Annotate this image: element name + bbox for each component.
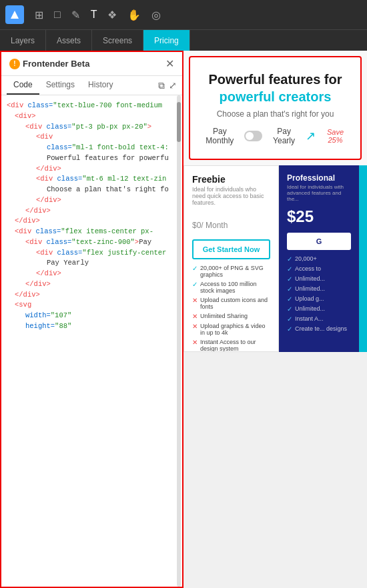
component-tool-icon[interactable]: ❖	[105, 6, 119, 24]
feature-item: ✓Access to 100 million stock images	[192, 281, 270, 294]
x-icon: ✕	[192, 297, 198, 304]
code-line: Pay Yearly	[1, 258, 182, 269]
code-line: width="107"	[1, 311, 182, 321]
teal-accent-strip	[359, 165, 367, 352]
tab-bar: Layers Assets Screens Pricing	[0, 29, 367, 51]
code-line: </div>	[1, 279, 182, 290]
hand-tool-icon[interactable]: ✋	[125, 6, 143, 24]
code-line: </div>	[1, 195, 182, 206]
code-line: </div>	[1, 164, 182, 175]
panel-title: Frontender Beta	[23, 59, 89, 69]
tab-settings[interactable]: Settings	[39, 76, 81, 95]
code-line: <div class="text-zinc-900">Pay	[1, 237, 182, 248]
preview-card: Powerful features for powerful creators …	[189, 56, 362, 160]
monthly-yearly-toggle[interactable]	[244, 131, 262, 141]
feature-item: ✕Instant Access to our design system	[192, 339, 270, 352]
main-toolbar: ⊞ □ ✎ T ❖ ✋ ◎	[0, 0, 367, 29]
code-line: </div>	[1, 269, 182, 279]
code-line: class="ml-1 font-bold text-4:	[1, 143, 182, 153]
svg-marker-0	[11, 11, 19, 19]
code-line: <div class="flex justify-center	[1, 248, 182, 259]
check-icon: ✓	[287, 255, 292, 263]
check-icon: ✓	[287, 325, 292, 333]
tab-layers[interactable]: Layers	[0, 30, 46, 51]
preview-panel: Powerful features for powerful creators …	[184, 51, 367, 588]
tab-assets[interactable]: Assets	[46, 30, 92, 51]
save-badge: Save 25%	[321, 128, 350, 144]
feature-item: ✓Unlimited...	[287, 305, 351, 313]
check-icon: ✓	[192, 265, 198, 272]
grid-tool-icon[interactable]: ⊞	[32, 6, 46, 24]
main-area: ! Frontender Beta ✕ Code Settings Histor…	[0, 51, 367, 588]
feature-item: ✓Unlimited...	[287, 285, 351, 293]
scrollbar[interactable]	[177, 95, 181, 587]
feature-item: ✓Upload g...	[287, 295, 351, 303]
check-icon: ✓	[287, 315, 292, 323]
save-arrow-icon: ↗	[306, 129, 316, 143]
x-icon: ✕	[192, 323, 198, 330]
toggle-row: Pay Monthly Pay Yearly ↗ Save 25%	[201, 127, 350, 145]
feature-item: ✕Unlimited Sharing	[192, 313, 270, 320]
code-line: Powerful features for powerfu	[1, 153, 182, 164]
feature-item: ✓20,000+ of PNG & SVG graphics	[192, 265, 270, 278]
copy-icon[interactable]: ⧉	[158, 80, 165, 91]
comment-tool-icon[interactable]: ◎	[149, 6, 163, 24]
code-line: height="88"	[1, 321, 182, 332]
tab-history[interactable]: History	[81, 76, 119, 95]
freebie-title: Freebie	[192, 174, 270, 185]
x-icon: ✕	[192, 313, 198, 320]
pro-title: Professional	[287, 173, 351, 183]
code-line: </div>	[1, 216, 182, 227]
code-tabs: Code Settings History ⧉ ⤢	[1, 76, 182, 95]
pen-tool-icon[interactable]: ✎	[69, 6, 83, 24]
feature-item: ✕Upload custom icons and fonts	[192, 297, 270, 310]
tab-actions: ⧉ ⤢	[158, 76, 177, 95]
professional-card: Professional Ideal for individuals with …	[279, 165, 359, 352]
tab-pricing[interactable]: Pricing	[143, 30, 190, 51]
freebie-features: ✓20,000+ of PNG & SVG graphics ✓Access t…	[192, 265, 270, 352]
feature-item: ✓Access to	[287, 265, 351, 273]
freebie-cta-button[interactable]: Get Started Now	[192, 239, 270, 259]
expand-icon[interactable]: ⤢	[169, 80, 177, 91]
scroll-thumb	[177, 102, 181, 142]
code-line: <div class="text-blue-700 font-medium	[1, 101, 182, 111]
text-tool-icon[interactable]: T	[88, 6, 100, 23]
feature-item: ✓Instant A...	[287, 315, 351, 323]
preview-subtitle: Choose a plan that's right for you	[201, 109, 350, 119]
code-line: </div>	[1, 206, 182, 217]
pro-cta-button[interactable]: G	[287, 233, 351, 250]
x-icon: ✕	[192, 339, 198, 346]
check-icon: ✓	[287, 265, 292, 273]
feature-item: ✓20,000+	[287, 255, 351, 263]
pro-price: $25	[287, 207, 351, 226]
tool-group: ⊞ □ ✎ T ❖ ✋ ◎	[32, 6, 163, 24]
code-line: <div class="mt-6 ml-12 text-zin	[1, 174, 182, 185]
tab-code[interactable]: Code	[7, 76, 39, 95]
check-icon: ✓	[287, 305, 292, 313]
code-content: <div class="text-blue-700 font-medium <d…	[1, 95, 182, 587]
check-icon: ✓	[287, 285, 292, 293]
check-icon: ✓	[287, 295, 292, 303]
tab-screens[interactable]: Screens	[92, 30, 143, 51]
code-line: <div>	[1, 111, 182, 122]
feature-item: ✓Create te... designs	[287, 325, 351, 333]
code-line: <svg	[1, 300, 182, 311]
freebie-tagline: Ideal for individuals who need quick acc…	[192, 186, 270, 206]
pricing-row: Freebie Ideal for individuals who need q…	[184, 165, 367, 352]
rect-tool-icon[interactable]: □	[51, 6, 63, 23]
code-panel: ! Frontender Beta ✕ Code Settings Histor…	[0, 51, 184, 588]
code-line: <div	[1, 132, 182, 143]
check-icon: ✓	[192, 281, 198, 288]
code-line: </div>	[1, 290, 182, 301]
code-line: Choose a plan that's right fo	[1, 185, 182, 195]
close-button[interactable]: ✕	[165, 57, 174, 70]
panel-header: ! Frontender Beta ✕	[1, 52, 182, 76]
freebie-price: $0/ Month	[192, 211, 270, 233]
check-icon: ✓	[287, 275, 292, 283]
freebie-card: Freebie Ideal for individuals who need q…	[184, 165, 279, 352]
feature-item: ✕Upload graphics & video in up to 4k	[192, 323, 270, 336]
warning-icon: !	[9, 59, 20, 69]
feature-item: ✓Unlimited...	[287, 275, 351, 283]
code-line: <div class="pt-3 pb-px px-20">	[1, 122, 182, 133]
pro-features: ✓20,000+ ✓Access to ✓Unlimited... ✓Unlim…	[287, 255, 351, 333]
